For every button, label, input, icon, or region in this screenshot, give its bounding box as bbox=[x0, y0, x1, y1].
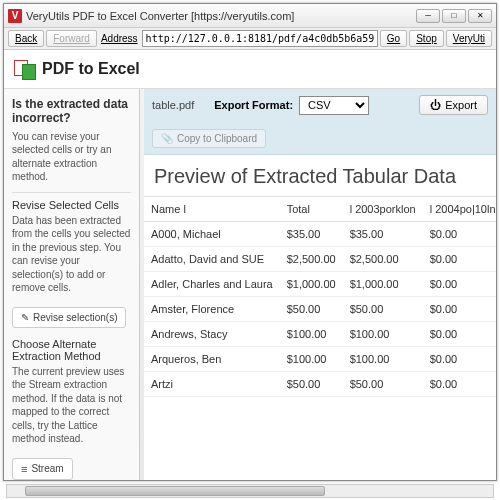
revise-button-label: Revise selection(s) bbox=[33, 312, 117, 323]
table-cell: $0.00 bbox=[423, 347, 496, 372]
table-cell: $100.00 bbox=[343, 322, 423, 347]
export-button-label: Export bbox=[445, 99, 477, 111]
scrollbar-thumb[interactable] bbox=[25, 486, 325, 496]
export-controls: table.pdf Export Format: CSV Export Copy… bbox=[144, 89, 496, 155]
table-cell: Amster, Florence bbox=[144, 297, 280, 322]
stream-button-label: Stream bbox=[31, 463, 63, 474]
table-row: Amster, Florence$50.00$50.00$0.00$50.0 bbox=[144, 297, 496, 322]
table-cell: $0.00 bbox=[423, 222, 496, 247]
table-cell: $50.00 bbox=[280, 297, 343, 322]
app-window: V VeryUtils PDF to Excel Converter [http… bbox=[3, 3, 497, 481]
table-cell: Adler, Charles and Laura bbox=[144, 272, 280, 297]
minimize-button[interactable]: ─ bbox=[416, 9, 440, 23]
titlebar: V VeryUtils PDF to Excel Converter [http… bbox=[4, 4, 496, 28]
table-cell: $100.00 bbox=[280, 347, 343, 372]
table-cell: $50.00 bbox=[343, 297, 423, 322]
divider bbox=[12, 192, 131, 193]
table-cell: Arqueros, Ben bbox=[144, 347, 280, 372]
table-cell: $50.00 bbox=[343, 372, 423, 397]
address-input[interactable] bbox=[142, 30, 378, 47]
column-header: l 2003porklon bbox=[343, 197, 423, 222]
horizontal-scrollbar[interactable] bbox=[6, 484, 494, 498]
stop-button[interactable]: Stop bbox=[409, 30, 444, 47]
body-area: Is the extracted data incorrect? You can… bbox=[4, 89, 496, 480]
format-select[interactable]: CSV bbox=[299, 96, 369, 115]
window-controls: ─ □ ✕ bbox=[416, 9, 492, 23]
app-icon: V bbox=[8, 9, 22, 23]
preview-table: Name lTotall 2003porklonl 2004po|10lntot… bbox=[144, 197, 496, 397]
column-header: l 2004po|10ln bbox=[423, 197, 496, 222]
format-label: Export Format: bbox=[214, 99, 293, 111]
app-title: PDF to Excel bbox=[42, 60, 140, 78]
table-cell: $35.00 bbox=[343, 222, 423, 247]
table-row: A000, Michael$35.00$35.00$0.00$35.0 bbox=[144, 222, 496, 247]
back-button[interactable]: Back bbox=[8, 30, 44, 47]
copy-button-label: Copy to Clipboard bbox=[177, 133, 257, 144]
copy-clipboard-button[interactable]: Copy to Clipboard bbox=[152, 129, 266, 148]
table-cell: Adatto, David and SUE bbox=[144, 247, 280, 272]
revise-selection-button[interactable]: Revise selection(s) bbox=[12, 307, 126, 328]
revise-title: Revise Selected Cells bbox=[12, 199, 131, 211]
table-cell: $35.00 bbox=[280, 222, 343, 247]
table-cell: A000, Michael bbox=[144, 222, 280, 247]
nav-toolbar: Back Forward Address Go Stop VeryUti bbox=[4, 28, 496, 50]
table-cell: $0.00 bbox=[423, 322, 496, 347]
table-cell: $2,500.00 bbox=[343, 247, 423, 272]
pencil-icon bbox=[21, 312, 29, 323]
alt-method-body: The current preview uses the Stream extr… bbox=[12, 365, 131, 446]
table-row: Artzi$50.00$50.00$0.00$50.0 bbox=[144, 372, 496, 397]
column-header: Total bbox=[280, 197, 343, 222]
table-cell: $0.00 bbox=[423, 372, 496, 397]
preview-table-wrap: Name lTotall 2003porklonl 2004po|10lntot… bbox=[144, 196, 496, 480]
table-cell: $100.00 bbox=[280, 322, 343, 347]
go-button[interactable]: Go bbox=[380, 30, 407, 47]
table-cell: $2,500.00 bbox=[280, 247, 343, 272]
preview-title: Preview of Extracted Tabular Data bbox=[144, 155, 496, 196]
alt-method-title: Choose Alternate Extraction Method bbox=[12, 338, 131, 362]
table-cell: $1,000.00 bbox=[343, 272, 423, 297]
address-label: Address bbox=[101, 33, 138, 44]
table-cell: Artzi bbox=[144, 372, 280, 397]
table-cell: $0.00 bbox=[423, 272, 496, 297]
brand-button[interactable]: VeryUti bbox=[446, 30, 492, 47]
forward-button[interactable]: Forward bbox=[46, 30, 97, 47]
table-cell: $1,000.00 bbox=[280, 272, 343, 297]
column-header: Name l bbox=[144, 197, 280, 222]
table-cell: Andrews, Stacy bbox=[144, 322, 280, 347]
window-title: VeryUtils PDF to Excel Converter [https:… bbox=[26, 10, 416, 22]
export-button[interactable]: Export bbox=[419, 95, 488, 115]
sidebar-question-title: Is the extracted data incorrect? bbox=[12, 97, 131, 126]
table-row: Andrews, Stacy$100.00$100.00$0.00$100 bbox=[144, 322, 496, 347]
sidebar: Is the extracted data incorrect? You can… bbox=[4, 89, 140, 480]
filename-label: table.pdf bbox=[152, 99, 194, 111]
sidebar-question-body: You can revise your selected cells or tr… bbox=[12, 130, 131, 184]
close-button[interactable]: ✕ bbox=[468, 9, 492, 23]
table-cell: $50.00 bbox=[280, 372, 343, 397]
revise-body: Data has been extracted from the cells y… bbox=[12, 214, 131, 295]
table-cell: $0.00 bbox=[423, 247, 496, 272]
table-row: Adatto, David and SUE$2,500.00$2,500.00$… bbox=[144, 247, 496, 272]
table-row: Arqueros, Ben$100.00$100.00$0.00$100 bbox=[144, 347, 496, 372]
app-header: PDF to Excel bbox=[4, 50, 496, 89]
app-logo-icon bbox=[14, 58, 36, 80]
table-cell: $100.00 bbox=[343, 347, 423, 372]
table-row: Adler, Charles and Laura$1,000.00$1,000.… bbox=[144, 272, 496, 297]
content-pane: table.pdf Export Format: CSV Export Copy… bbox=[144, 89, 496, 480]
stream-method-button[interactable]: Stream bbox=[12, 458, 73, 480]
power-icon bbox=[430, 99, 441, 111]
table-cell: $0.00 bbox=[423, 297, 496, 322]
maximize-button[interactable]: □ bbox=[442, 9, 466, 23]
bars-icon bbox=[21, 463, 27, 475]
clip-icon bbox=[161, 133, 173, 144]
